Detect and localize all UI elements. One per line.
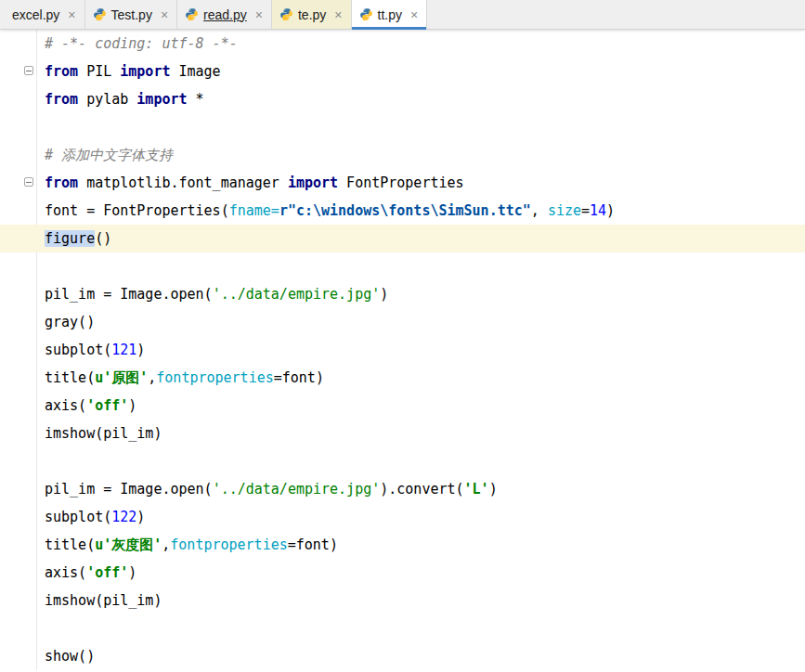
code-token: ): [136, 342, 145, 358]
tab-close-icon[interactable]: ×: [410, 8, 418, 21]
code-line[interactable]: [0, 113, 805, 141]
gutter: [0, 308, 37, 336]
code-text: pil_im = Image.open('../data/empire.jpg'…: [37, 280, 388, 308]
code-token: ): [380, 286, 388, 303]
code-token: 'off': [86, 564, 128, 581]
code-text: gray(): [37, 308, 95, 336]
gutter: [0, 392, 37, 420]
gutter: [0, 280, 37, 308]
code-text: font = FontProperties(fname=r"c:\windows…: [37, 197, 615, 225]
code-text: [37, 447, 45, 475]
code-text: from PIL import Image: [37, 58, 221, 85]
code-line[interactable]: title(u'灰度图',fontproperties=font): [0, 531, 805, 559]
code-text: pil_im = Image.open('../data/empire.jpg'…: [37, 475, 498, 503]
tab-bar: excel.py×Test.py×read.py×te.py×tt.py×: [0, 0, 805, 30]
gutter: [0, 642, 37, 670]
code-token: 14: [590, 202, 606, 219]
code-line[interactable]: from matplotlib.font_manager import Font…: [0, 169, 805, 197]
gutter: [0, 364, 37, 392]
code-token: show(): [45, 648, 95, 665]
code-editor[interactable]: # -*- coding: utf-8 -*-from PIL import I…: [0, 30, 805, 672]
code-token: ): [128, 564, 136, 581]
gutter: [0, 447, 37, 475]
code-token: PIL: [78, 63, 120, 80]
code-text: [37, 614, 45, 642]
code-token: imshow(pil_im): [45, 425, 162, 442]
gutter: [0, 225, 37, 252]
tab-te-py[interactable]: te.py×: [272, 0, 352, 29]
code-line[interactable]: [0, 447, 805, 475]
code-token: =font): [274, 369, 324, 386]
code-line[interactable]: # -*- coding: utf-8 -*-: [0, 30, 805, 58]
code-line[interactable]: axis('off'): [0, 392, 805, 420]
code-token: matplotlib.font_manager: [78, 174, 288, 191]
code-line[interactable]: [0, 252, 805, 280]
gutter: [0, 420, 37, 447]
code-line[interactable]: subplot(122): [0, 503, 805, 531]
gutter: [0, 141, 37, 169]
code-line[interactable]: from pylab import *: [0, 85, 805, 113]
code-token: r"c:\windows\fonts\SimSun.ttc": [279, 202, 531, 219]
gutter: [0, 336, 37, 364]
tab-close-icon[interactable]: ×: [255, 8, 263, 21]
code-token: FontProperties: [338, 174, 463, 191]
code-token: ,: [531, 202, 548, 219]
code-token: pil_im = Image.open(: [45, 286, 213, 303]
code-line[interactable]: subplot(121): [0, 336, 805, 364]
tab-label: excel.py: [12, 7, 59, 22]
code-text: from matplotlib.font_manager import Font…: [37, 169, 464, 197]
tab-tt-py[interactable]: tt.py×: [352, 0, 428, 29]
code-line[interactable]: [0, 614, 805, 642]
code-token: # -*- coding: utf-8 -*-: [45, 35, 238, 52]
code-line[interactable]: show(): [0, 642, 805, 670]
code-token: figure: [45, 230, 95, 247]
code-line[interactable]: imshow(pil_im): [0, 420, 805, 447]
code-line[interactable]: font = FontProperties(fname=r"c:\windows…: [0, 197, 805, 225]
code-line[interactable]: gray(): [0, 308, 805, 336]
code-text: [37, 113, 45, 141]
code-line[interactable]: from PIL import Image: [0, 58, 805, 85]
code-token: title(: [45, 369, 95, 386]
code-line-current[interactable]: figure(): [0, 225, 805, 252]
gutter: [0, 503, 37, 531]
gutter: [0, 559, 37, 587]
code-token: u'灰度图': [95, 536, 162, 553]
code-text: subplot(122): [37, 503, 145, 531]
code-token: ,: [162, 536, 170, 553]
tab-excel-py[interactable]: excel.py×: [0, 0, 85, 29]
fold-icon[interactable]: [24, 66, 33, 75]
fold-icon[interactable]: [24, 177, 33, 187]
code-line[interactable]: title(u'原图',fontproperties=font): [0, 364, 805, 392]
gutter: [0, 587, 37, 614]
tab-test-py[interactable]: Test.py×: [85, 0, 178, 29]
code-token: '../data/empire.jpg': [213, 481, 381, 498]
tab-label: Test.py: [111, 7, 152, 22]
tab-close-icon[interactable]: ×: [161, 8, 168, 21]
code-token: 122: [111, 509, 136, 525]
code-token: import: [288, 174, 338, 191]
code-token: from: [45, 174, 78, 191]
code-token: ): [606, 202, 615, 219]
code-token: =: [581, 202, 590, 219]
code-line[interactable]: imshow(pil_im): [0, 587, 805, 614]
code-token: from: [45, 63, 78, 80]
code-text: from pylab import *: [37, 85, 204, 113]
code-line[interactable]: pil_im = Image.open('../data/empire.jpg'…: [0, 280, 805, 308]
code-token: pil_im = Image.open(: [45, 481, 213, 498]
ide-window: excel.py×Test.py×read.py×te.py×tt.py× # …: [0, 0, 805, 672]
tab-read-py[interactable]: read.py×: [177, 0, 272, 29]
code-token: # 添加中文字体支持: [45, 147, 173, 163]
gutter: [0, 169, 37, 197]
code-token: fname=: [229, 202, 279, 219]
code-token: ).convert(: [380, 481, 463, 498]
code-token: subplot(: [45, 509, 111, 525]
code-line[interactable]: # 添加中文字体支持: [0, 141, 805, 169]
tab-close-icon[interactable]: ×: [68, 8, 75, 21]
code-token: subplot(: [45, 342, 111, 358]
code-line[interactable]: pil_im = Image.open('../data/empire.jpg'…: [0, 475, 805, 503]
code-line[interactable]: axis('off'): [0, 559, 805, 587]
code-text: title(u'原图',fontproperties=font): [37, 364, 324, 392]
tab-close-icon[interactable]: ×: [334, 8, 342, 21]
code-text: show(): [37, 642, 95, 670]
code-text: axis('off'): [37, 559, 136, 587]
